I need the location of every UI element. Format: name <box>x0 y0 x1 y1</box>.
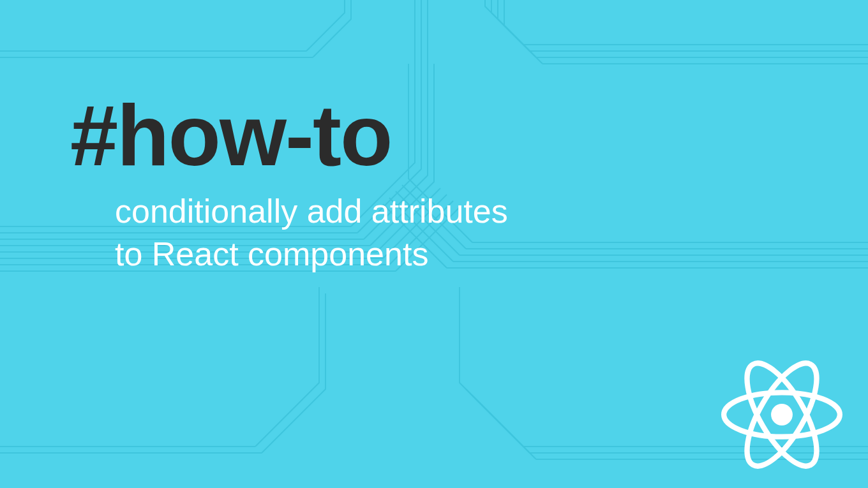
subtitle: conditionally add attributes to React co… <box>115 190 508 275</box>
hero-content: #how-to conditionally add attributes to … <box>70 92 508 275</box>
subtitle-line-2: to React components <box>115 233 508 276</box>
hashtag-heading: #how-to <box>70 92 508 179</box>
react-icon <box>721 360 842 469</box>
subtitle-line-1: conditionally add attributes <box>115 190 508 233</box>
svg-point-0 <box>771 404 793 425</box>
